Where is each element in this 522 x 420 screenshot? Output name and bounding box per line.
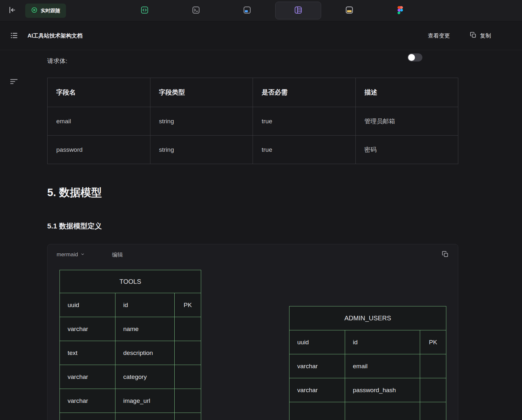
- entity-row: varchar category: [60, 365, 201, 389]
- document-header-bar: AI工具站技术架构文档 查看变更 复制: [0, 21, 522, 50]
- realtime-follow-badge[interactable]: 实时跟随: [25, 4, 66, 18]
- er-name-cell: password_hash: [345, 378, 420, 402]
- er-type-cell: uuid: [60, 293, 115, 317]
- fields-header-row: 字段名 字段类型 是否必需 描述: [48, 78, 458, 107]
- entity-title: TOOLS: [60, 270, 201, 293]
- fields-header-cell: 是否必需: [253, 78, 356, 107]
- er-key-cell: PK: [420, 330, 446, 354]
- copy-icon: [441, 250, 449, 259]
- er-key-cell: PK: [175, 293, 201, 317]
- collapse-panel-button[interactable]: [5, 4, 19, 18]
- fields-cell: true: [253, 136, 356, 164]
- entity-tools: TOOLS uuid id PK varchar name text descr…: [60, 270, 201, 420]
- app-window: 实时跟随: [0, 0, 522, 420]
- er-name-cell: [115, 413, 175, 420]
- er-name-cell: id: [115, 293, 175, 317]
- view-changes-toggle[interactable]: [408, 53, 422, 61]
- copy-code-button[interactable]: [441, 250, 449, 259]
- request-body-label: 请求体:: [47, 57, 67, 65]
- fields-header-cell: 字段类型: [150, 78, 253, 107]
- outline-icon: [9, 82, 19, 87]
- copy-button-label: 复制: [480, 32, 491, 39]
- er-name-cell: [345, 402, 420, 420]
- subsection-heading: 5.1 数据模型定义: [47, 221, 102, 231]
- toc-list-button[interactable]: [10, 31, 18, 41]
- entity-row: varchar image_url: [60, 389, 201, 413]
- fields-row: password string true 密码: [48, 136, 458, 164]
- entity-title: ADMIN_USERS: [289, 306, 446, 330]
- er-type-cell: varchar: [60, 365, 115, 389]
- er-diagram: TOOLS uuid id PK varchar name text descr…: [48, 265, 458, 420]
- figma-icon: [397, 6, 403, 16]
- top-toolbar: 实时跟随: [0, 0, 522, 21]
- view-changes-label: 查看变更: [428, 32, 450, 39]
- edit-code-button[interactable]: 编辑: [112, 251, 123, 259]
- er-type-cell: varchar: [60, 389, 115, 413]
- entity-row: varchar name: [60, 317, 201, 341]
- section-heading: 5. 数据模型: [47, 185, 102, 200]
- er-type-cell: varchar: [289, 354, 345, 378]
- fields-cell: true: [253, 107, 356, 136]
- entity-row: text description: [60, 341, 201, 365]
- fields-table: 字段名 字段类型 是否必需 描述 email string true 管理员邮箱…: [47, 78, 458, 164]
- fields-cell: string: [150, 136, 253, 164]
- view-changes-button[interactable]: 查看变更: [428, 21, 450, 50]
- document-title: AI工具站技术架构文档: [27, 21, 82, 50]
- fields-cell: string: [150, 107, 253, 136]
- entity-admin-users: ADMIN_USERS uuid id PK varchar email var…: [289, 306, 446, 420]
- er-key-cell: [420, 378, 446, 402]
- er-key-cell: [420, 354, 446, 378]
- er-name-cell: id: [345, 330, 420, 354]
- entity-row: uuid id PK: [60, 293, 201, 317]
- er-type-cell: [289, 402, 345, 420]
- er-name-cell: image_url: [115, 389, 175, 413]
- fields-row: email string true 管理员邮箱: [48, 107, 458, 136]
- er-name-cell: name: [115, 317, 175, 341]
- terminal-icon: [192, 6, 200, 16]
- er-name-cell: category: [115, 365, 175, 389]
- copy-document-button[interactable]: 复制: [470, 21, 491, 50]
- er-name-cell: description: [115, 341, 175, 365]
- er-key-cell: [175, 317, 201, 341]
- er-type-cell: uuid: [289, 330, 345, 354]
- browser-preview-icon: [243, 6, 251, 16]
- language-dropdown[interactable]: mermaid: [57, 251, 85, 258]
- table-document-icon: [294, 6, 302, 16]
- collapse-left-icon: [8, 6, 16, 16]
- entity-row-partial: [60, 413, 201, 420]
- follow-badge-label: 实时跟随: [41, 8, 60, 14]
- tab-figma[interactable]: [393, 4, 407, 18]
- outline-handle-button[interactable]: [9, 77, 19, 88]
- tab-package[interactable]: [342, 4, 356, 18]
- er-type-cell: text: [60, 341, 115, 365]
- package-inbox-icon: [345, 6, 353, 16]
- language-label: mermaid: [57, 251, 78, 258]
- tab-terminal[interactable]: [189, 4, 203, 18]
- follow-target-icon: [31, 7, 38, 15]
- tab-document-active[interactable]: [275, 2, 321, 19]
- er-key-cell: [420, 402, 446, 420]
- tab-preview[interactable]: [240, 4, 254, 18]
- fields-header-cell: 字段名: [48, 78, 150, 107]
- er-type-cell: [60, 413, 115, 420]
- fields-header-cell: 描述: [355, 78, 458, 107]
- entity-row: varchar email: [289, 354, 446, 378]
- fields-cell: 管理员邮箱: [355, 107, 458, 136]
- mermaid-code-block: mermaid 编辑 TOOLS: [47, 244, 458, 420]
- chevron-down-icon: [81, 251, 85, 258]
- fields-cell: email: [48, 107, 150, 136]
- copy-icon: [470, 31, 477, 40]
- er-key-cell: [175, 413, 201, 420]
- code-block-header: mermaid 编辑: [48, 244, 458, 265]
- toggle-knob: [408, 54, 415, 61]
- entity-row-partial: [289, 402, 446, 420]
- er-key-cell: [175, 341, 201, 365]
- er-type-cell: varchar: [60, 317, 115, 341]
- fields-cell: password: [48, 136, 150, 164]
- tab-code[interactable]: [137, 4, 152, 18]
- list-icon: [10, 35, 18, 41]
- entity-row: uuid id PK: [289, 330, 446, 354]
- er-type-cell: varchar: [289, 378, 345, 402]
- code-icon: [140, 6, 149, 16]
- er-name-cell: email: [345, 354, 420, 378]
